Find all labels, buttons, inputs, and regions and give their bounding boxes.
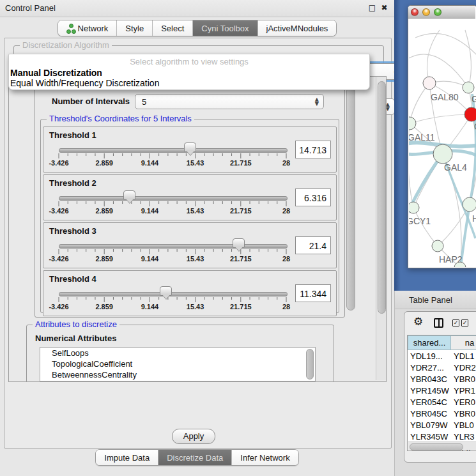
network-node-ga[interactable] bbox=[463, 82, 474, 93]
control-panel-titlebar: Control Panel □ ✖ bbox=[0, 0, 394, 17]
algorithm-option[interactable]: Equal Width/Frequency Discretization bbox=[10, 78, 368, 89]
network-node-gal4[interactable] bbox=[433, 144, 452, 164]
tick-label: 9.144 bbox=[141, 159, 159, 167]
slider-thumb[interactable] bbox=[160, 286, 172, 296]
cell-name: YBR0 bbox=[454, 374, 476, 384]
checkbox-icon[interactable]: ✓ bbox=[452, 319, 459, 326]
network-window-titlebar[interactable] bbox=[408, 6, 475, 19]
table-row[interactable]: YER054CYER0 bbox=[408, 397, 476, 409]
attribute-item[interactable]: BetweennessCentrality bbox=[40, 369, 315, 380]
tick-label: 9.144 bbox=[141, 303, 159, 311]
table-row[interactable]: YBL079WYBL0 bbox=[408, 420, 476, 432]
threshold-label: Threshold 2 bbox=[49, 178, 96, 188]
tick-label: 15.43 bbox=[187, 303, 204, 311]
tab-impute-data[interactable]: Impute Data bbox=[96, 450, 158, 465]
cell-name: YDR2 bbox=[454, 363, 476, 372]
slider-ticks bbox=[43, 153, 293, 160]
network-node-gal80[interactable] bbox=[423, 77, 436, 89]
number-of-intervals-combobox[interactable]: 5 ▲▼ bbox=[135, 94, 324, 109]
threshold-value-field[interactable]: 11.344 bbox=[295, 284, 331, 302]
column-header-shared-name[interactable]: shared... bbox=[408, 335, 451, 350]
tick-label: 9.144 bbox=[141, 255, 159, 263]
show-columns-icon[interactable] bbox=[434, 318, 443, 328]
slider-thumb[interactable] bbox=[184, 142, 196, 152]
tab-cyni-toolbox[interactable]: Cyni Toolbox bbox=[193, 20, 257, 36]
slider-track[interactable] bbox=[59, 196, 288, 201]
network-node-h[interactable] bbox=[463, 197, 476, 211]
tick-label: 21.715 bbox=[230, 159, 252, 167]
tick-label: 28 bbox=[282, 159, 290, 167]
table-panel-titlebar: Table Panel bbox=[395, 291, 476, 309]
combo-arrows-icon: ▲▼ bbox=[315, 97, 319, 106]
tab-infer-network[interactable]: Infer Network bbox=[232, 450, 298, 465]
threshold-value-field[interactable]: 6.316 bbox=[295, 188, 331, 206]
close-icon[interactable]: ✖ bbox=[379, 3, 390, 13]
attribute-item[interactable]: SelfLoops bbox=[40, 348, 315, 358]
mac-minimize-button[interactable] bbox=[422, 8, 430, 16]
column-header-name[interactable]: na bbox=[450, 335, 476, 350]
slider-track[interactable] bbox=[59, 244, 288, 249]
threshold-label: Threshold 1 bbox=[49, 130, 96, 140]
top-tabbar: NetworkStyleSelectCyni ToolboxjActiveMNo… bbox=[0, 20, 394, 36]
threshold-value-field[interactable]: 14.713 bbox=[295, 141, 331, 158]
slider-track[interactable] bbox=[59, 292, 288, 296]
table-row[interactable]: YPR145WYPR1 bbox=[408, 386, 476, 397]
tick-label: 28 bbox=[282, 303, 290, 311]
outer-scrollbar-thumb[interactable] bbox=[378, 81, 386, 314]
numerical-attributes-list[interactable]: SelfLoopsTopologicalCoefficientBetweenne… bbox=[40, 347, 316, 381]
popup-hint: Select algorithm to view settings bbox=[9, 57, 369, 66]
attribute-item[interactable]: TopologicalCoefficient bbox=[40, 358, 315, 369]
outer-scrollbar-track[interactable] bbox=[376, 77, 386, 380]
tab-jactivemnodules[interactable]: jActiveMNodules bbox=[258, 20, 337, 36]
list-vertical-scrollbar[interactable] bbox=[306, 349, 314, 380]
table-horizontal-scrollbar[interactable] bbox=[408, 441, 476, 450]
inner-vertical-scrollbar[interactable] bbox=[346, 87, 355, 311]
tab-network[interactable]: Network bbox=[58, 20, 118, 36]
tick-label: 2.859 bbox=[95, 159, 113, 167]
table-panel-area: Table Panel ⚙ ✓ ✓ shared...na YDL19...YD… bbox=[395, 291, 476, 476]
tick-label: 2.859 bbox=[95, 207, 113, 215]
network-canvas[interactable]: GAL80GACGAL11GAL4GCY1HHAP2 bbox=[409, 19, 476, 267]
tab-style[interactable]: Style bbox=[117, 20, 153, 36]
cell-name: YER0 bbox=[454, 397, 476, 407]
table-hscrollbar-thumb[interactable] bbox=[410, 443, 463, 450]
apply-button[interactable]: Apply bbox=[172, 429, 215, 444]
network-node-hap2[interactable] bbox=[432, 240, 443, 252]
cell-shared-name: YPR145W bbox=[410, 386, 450, 395]
tab-select[interactable]: Select bbox=[153, 20, 193, 36]
mac-close-button[interactable] bbox=[411, 8, 418, 16]
thresholds-group-label: Threshold's Coordinates for 5 Intervals bbox=[47, 114, 194, 123]
slider-thumb[interactable] bbox=[123, 190, 135, 200]
network-edge bbox=[465, 30, 471, 88]
checkbox-icon[interactable]: ✓ bbox=[461, 319, 468, 326]
tab-label: Cyni Toolbox bbox=[201, 24, 249, 33]
network-node-gcy1[interactable] bbox=[409, 202, 419, 213]
threshold-label: Threshold 4 bbox=[49, 274, 96, 284]
tick-label: -3.426 bbox=[49, 159, 68, 167]
threshold-value-field[interactable]: 21.4 bbox=[295, 236, 331, 254]
tab-discretize-data[interactable]: Discretize Data bbox=[158, 450, 232, 465]
tick-label: 15.43 bbox=[187, 159, 204, 167]
cell-name: YPR1 bbox=[454, 386, 476, 395]
slider-thumb[interactable] bbox=[233, 238, 245, 248]
node-table-panel: ⚙ ✓ ✓ shared...na YDL19...YDL1YDR27...YD… bbox=[404, 311, 476, 463]
algorithm-option[interactable]: Manual Discretization bbox=[10, 68, 368, 79]
table-row[interactable]: YBR043CYBR0 bbox=[408, 374, 476, 386]
mac-zoom-button[interactable] bbox=[434, 8, 441, 16]
node-label: GAL80 bbox=[431, 92, 459, 102]
number-of-intervals-label: Number of Intervals bbox=[52, 96, 130, 106]
node-label: GA bbox=[472, 94, 476, 104]
cell-name: YLR3 bbox=[454, 432, 476, 441]
tick-label: -3.426 bbox=[49, 207, 68, 215]
float-window-icon[interactable]: □ bbox=[367, 3, 378, 13]
table-row[interactable]: YDL19...YDL1 bbox=[408, 351, 476, 363]
slider-track[interactable] bbox=[59, 148, 288, 153]
table-row[interactable]: YDR27...YDR2 bbox=[408, 363, 476, 374]
table-row[interactable]: YBR045CYBR0 bbox=[408, 409, 476, 420]
cell-shared-name: YBL079W bbox=[410, 420, 450, 430]
network-node-c[interactable] bbox=[464, 107, 476, 121]
interval-definition-group: Interval Definition Number of Intervals … bbox=[35, 82, 345, 318]
gear-icon[interactable]: ⚙ bbox=[413, 316, 423, 327]
threshold-panel: Threshold 1-3.4262.8599.14415.4321.71528… bbox=[43, 127, 337, 173]
tick-label: 21.715 bbox=[230, 207, 252, 215]
